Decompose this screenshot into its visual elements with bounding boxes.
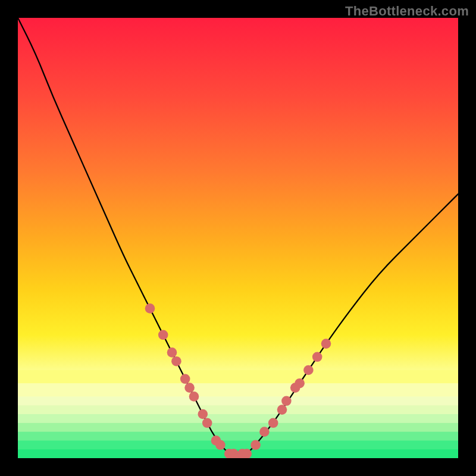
marker-dot: [198, 409, 208, 419]
plot-area: [18, 18, 458, 458]
gradient-bands: [18, 370, 458, 458]
marker-dot: [250, 440, 261, 450]
band: [18, 423, 458, 432]
marker-dot: [171, 356, 181, 367]
band: [18, 396, 458, 405]
chart-frame: TheBottleneck.com: [0, 0, 476, 476]
marker-dot: [259, 427, 270, 437]
marker-dot: [158, 330, 168, 340]
marker-dot: [167, 347, 177, 358]
chart-svg: [18, 18, 458, 458]
marker-dot: [295, 378, 305, 389]
marker-dot: [145, 303, 155, 314]
marker-dot: [277, 405, 287, 415]
marker-dot: [189, 392, 199, 402]
band: [18, 432, 458, 441]
marker-dot: [303, 365, 314, 375]
marker-dot: [321, 339, 331, 349]
watermark-text: TheBottleneck.com: [345, 4, 469, 19]
band: [18, 405, 458, 414]
marker-dot: [202, 418, 212, 428]
band: [18, 370, 458, 383]
band: [18, 414, 458, 423]
marker-dot: [268, 418, 278, 428]
marker-dot: [184, 383, 195, 393]
marker-dot: [215, 440, 226, 450]
band: [18, 440, 458, 449]
marker-dot: [312, 352, 322, 362]
marker-dot: [281, 396, 292, 406]
marker-dot: [180, 374, 190, 384]
band: [18, 383, 458, 396]
